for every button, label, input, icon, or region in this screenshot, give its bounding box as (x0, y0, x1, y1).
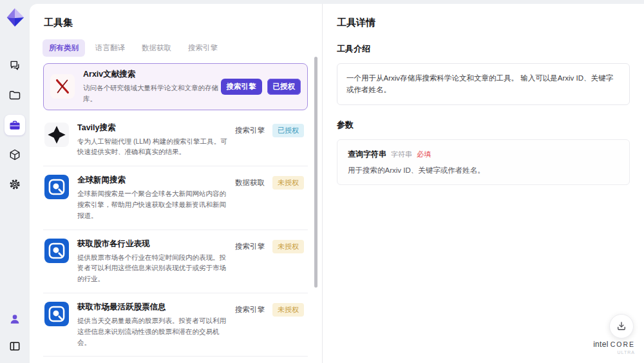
tool-category-badge: 搜索引擎 (235, 242, 265, 251)
param-description: 用于搜索的Arxiv ID、关键字或作者姓名。 (348, 166, 619, 175)
category-tabs: 所有类别 语言翻译 数据获取 搜索引擎 (43, 39, 309, 57)
tool-status-badge: 未授权 (272, 303, 304, 317)
nav-cube[interactable] (5, 144, 25, 165)
tool-icon (44, 302, 69, 326)
brand-core: CORE (611, 340, 635, 348)
tool-icon (44, 239, 69, 263)
user-icon (8, 313, 21, 326)
gear-icon (8, 178, 21, 191)
download-button[interactable] (609, 314, 634, 338)
tool-status-badge: 未授权 (272, 240, 304, 253)
toolbox-icon (8, 119, 21, 132)
tool-description: 提供股票市场各个行业在特定时间段内的表现。投资者可以利用这些信息来识别表现优于或… (77, 252, 230, 284)
tool-category-badge: 搜索引擎 (221, 79, 262, 95)
rail-nav (5, 55, 25, 195)
tool-icon (50, 74, 75, 99)
tool-icon (44, 175, 69, 199)
detail-title: 工具详情 (337, 17, 630, 29)
tool-meta: 搜索引擎 未授权 (235, 302, 304, 317)
tool-description: 访问各个研究领域大量科学论文和文章的存储库。 (83, 83, 221, 104)
tool-description: 全球新闻搜索是一个聚合全球各大新闻网站内容的搜索引擎，帮助用户快速获取全球最新资… (77, 188, 230, 221)
tool-meta: 搜索引擎 已授权 (235, 123, 304, 137)
tool-meta: 搜索引擎 未授权 (235, 239, 304, 253)
tool-list-item[interactable]: Tavily搜索 专为人工智能代理 (LLM) 构建的搜索引擎工具。可快速提供实… (43, 114, 308, 167)
nav-settings[interactable] (5, 174, 25, 195)
tool-category-badge: 搜索引擎 (235, 126, 265, 135)
param-name: 查询字符串 (348, 149, 386, 160)
tool-meta: 搜索引擎 已授权 (221, 79, 301, 95)
intel-core-logo: intelCORE ULTRA (593, 340, 635, 355)
tool-name: Tavily搜索 (77, 123, 235, 133)
page-title: 工具集 (44, 17, 308, 29)
main-sheet: 工具集 所有类别 语言翻译 数据获取 搜索引擎 (30, 4, 644, 363)
tool-category-badge: 搜索引擎 (235, 305, 265, 315)
params-box: 查询字符串 字符串 必填 用于搜索的Arxiv ID、关键字或作者姓名。 (337, 139, 630, 185)
tool-info: Arxiv文献搜索 访问各个研究领域大量科学论文和文章的存储库。 (83, 69, 221, 104)
cube-icon (8, 148, 21, 161)
tool-list-panel: 工具集 所有类别 语言翻译 数据获取 搜索引擎 (30, 4, 322, 363)
left-rail (0, 0, 30, 363)
tool-list-item[interactable]: 万维地区新闻查询 查询具体行政区划内的新闻，快速了解各地新闻动态 搜索引擎 未授… (43, 357, 308, 363)
download-icon (616, 320, 627, 332)
nav-toolbox[interactable] (5, 115, 25, 135)
category-tab[interactable]: 数据获取 (135, 39, 178, 57)
tool-info: 全球新闻搜索 全球新闻搜索是一个聚合全球各大新闻网站内容的搜索引擎，帮助用户快速… (77, 175, 235, 221)
intro-text: 一个用于从Arxiv存储库搜索科学论文和文章的工具。 输入可以是Arxiv ID… (346, 72, 620, 96)
tool-name: 获取股市各行业表现 (77, 239, 235, 250)
tool-list-item[interactable]: Arxiv文献搜索 访问各个研究领域大量科学论文和文章的存储库。 搜索引擎 已授… (43, 63, 308, 110)
tool-icon (44, 123, 69, 147)
app-logo-icon (4, 6, 26, 28)
tool-name: Arxiv文献搜索 (83, 69, 221, 80)
category-tab[interactable]: 语言翻译 (89, 39, 131, 57)
tool-status-badge: 未授权 (272, 176, 304, 190)
param-type: 字符串 (391, 150, 412, 159)
param-item: 查询字符串 字符串 必填 用于搜索的Arxiv ID、关键字或作者姓名。 (348, 149, 619, 175)
param-required-flag: 必填 (417, 150, 431, 159)
intro-heading: 工具介绍 (337, 43, 630, 55)
category-tab[interactable]: 搜索引擎 (182, 39, 224, 57)
tool-list-item[interactable]: 获取股市各行业表现 提供股票市场各个行业在特定时间段内的表现。投资者可以利用这些… (43, 230, 308, 293)
intro-box: 一个用于从Arxiv存储库搜索科学论文和文章的工具。 输入可以是Arxiv ID… (337, 63, 630, 105)
tool-detail-panel: 工具详情 工具介绍 一个用于从Arxiv存储库搜索科学论文和文章的工具。 输入可… (322, 4, 644, 363)
nav-panel-toggle[interactable] (5, 336, 25, 357)
tool-status-badge: 已授权 (267, 79, 301, 95)
nav-folder[interactable] (5, 85, 25, 106)
category-tab[interactable]: 所有类别 (43, 39, 85, 57)
tool-info: Tavily搜索 专为人工智能代理 (LLM) 构建的搜索引擎工具。可快速提供实… (77, 123, 235, 158)
tool-info: 获取股市各行业表现 提供股票市场各个行业在特定时间段内的表现。投资者可以利用这些… (77, 239, 235, 284)
params-heading: 参数 (337, 119, 630, 131)
chat-icon (8, 59, 21, 72)
nav-chat[interactable] (5, 55, 25, 76)
tool-list: Arxiv文献搜索 访问各个研究领域大量科学论文和文章的存储库。 搜索引擎 已授… (43, 63, 308, 363)
tool-category-badge: 数据获取 (235, 178, 265, 188)
tool-name: 全球新闻搜索 (77, 175, 235, 186)
tool-info: 获取市场最活跃股票信息 提供当天交易量最高的股票列表。投资者可以利用这些信息来识… (77, 302, 235, 348)
tool-status-badge: 已授权 (272, 124, 304, 137)
panel-toggle-icon (8, 340, 21, 353)
list-scrollbar[interactable] (314, 57, 317, 288)
nav-user[interactable] (5, 309, 25, 329)
tool-description: 专为人工智能代理 (LLM) 构建的搜索引擎工具。可快速提供实时、准确和真实的结… (77, 136, 230, 158)
brand-intel: intel (593, 340, 609, 349)
tool-list-item[interactable]: 获取市场最活跃股票信息 提供当天交易量最高的股票列表。投资者可以利用这些信息来识… (43, 293, 308, 357)
brand-sub: ULTRA (593, 350, 635, 355)
tool-name: 获取市场最活跃股票信息 (77, 302, 235, 313)
tool-description: 提供当天交易量最高的股票列表。投资者可以利用这些信息来识别流动性强的股票和潜在的… (77, 315, 230, 348)
tool-list-item[interactable]: 全球新闻搜索 全球新闻搜索是一个聚合全球各大新闻网站内容的搜索引擎，帮助用户快速… (43, 166, 308, 230)
folder-icon (8, 89, 21, 102)
tool-meta: 数据获取 未授权 (235, 175, 304, 190)
